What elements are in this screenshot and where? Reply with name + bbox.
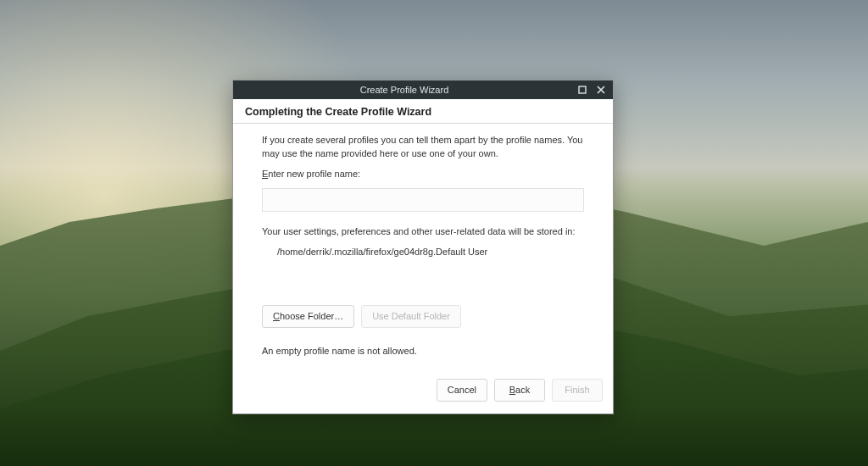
choose-folder-button[interactable]: Choose Folder… [262,305,354,328]
window-title: Create Profile Wizard [238,85,570,95]
titlebar[interactable]: Create Profile Wizard [233,80,613,99]
close-icon[interactable] [594,83,608,97]
finish-button: Finish [552,379,603,402]
folder-button-row: Choose Folder… Use Default Folder [262,305,584,328]
storage-path: /home/derrik/.mozilla/firefox/ge04dr8g.D… [262,246,584,259]
svg-rect-0 [579,86,586,93]
wizard-heading: Completing the Create Profile Wizard [233,99,613,124]
wizard-footer: Cancel Back Finish [233,372,613,413]
maximize-icon[interactable] [576,83,589,97]
profile-name-input[interactable] [262,188,584,212]
wizard-body: If you create several profiles you can t… [233,124,613,372]
profile-name-label: Enter new profile name: [262,168,584,181]
back-button[interactable]: Back [494,379,545,402]
validation-message: An empty profile name is not allowed. [262,345,584,358]
cancel-button[interactable]: Cancel [437,379,487,402]
create-profile-wizard-window: Create Profile Wizard Completing the Cre… [232,80,614,414]
storage-note: Your user settings, preferences and othe… [262,225,584,239]
desktop-wallpaper: Create Profile Wizard Completing the Cre… [0,0,868,466]
use-default-folder-button: Use Default Folder [361,305,461,328]
intro-text: If you create several profiles you can t… [262,134,584,161]
